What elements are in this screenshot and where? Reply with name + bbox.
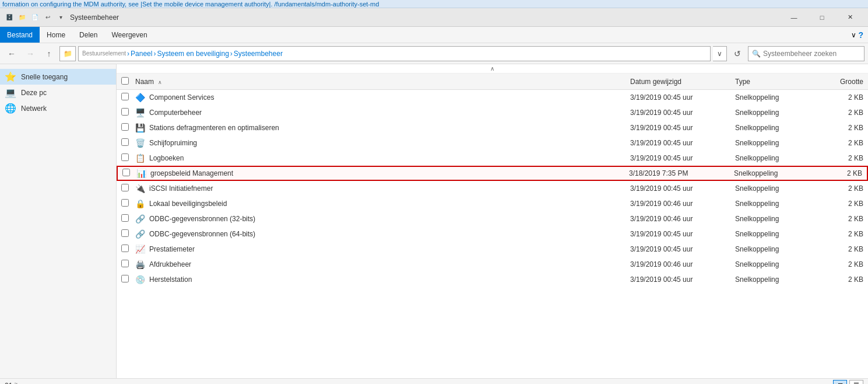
menu-item-bestand[interactable]: Bestand	[0, 27, 40, 43]
table-row[interactable]: 🔗 ODBC-gegevensbronnen (32-bits) 3/19/20…	[117, 211, 868, 226]
file-size: 2 KB	[817, 154, 863, 162]
file-date: 3/19/2019 00:45 uur	[630, 124, 735, 132]
sidebar-item-netwerk[interactable]: 🌐 Netwerk	[0, 100, 116, 116]
table-row[interactable]: 💿 Herstelstation 3/19/2019 00:45 uur Sne…	[117, 272, 868, 287]
address-bar: ← → ↑ 📁 Bestuurselement › Paneel › Syste…	[0, 43, 868, 64]
search-icon: 🔍	[752, 50, 761, 58]
row-select-checkbox[interactable]	[121, 229, 129, 237]
banner-text: formation on configuring the MDM authori…	[0, 0, 868, 8]
row-checkbox	[121, 214, 135, 224]
file-type: Snelkoppeling	[735, 93, 817, 102]
file-size: 2 KB	[817, 200, 863, 208]
file-name: Lokaal beveiligingsbeleid	[149, 200, 630, 208]
view-list-button[interactable]: ☰	[849, 380, 863, 385]
breadcrumb-root[interactable]: Bestuurselement	[82, 50, 126, 57]
file-type: Snelkoppeling	[735, 275, 817, 284]
row-select-checkbox[interactable]	[121, 275, 129, 282]
file-icon: 💿	[135, 275, 147, 284]
title-bar-controls: — □ ✕	[781, 8, 863, 27]
row-checkbox	[121, 138, 135, 148]
expand-chevron-icon: ∨	[851, 31, 856, 39]
row-select-checkbox[interactable]	[121, 199, 129, 207]
table-row[interactable]: 📋 Logboeken 3/19/2019 00:45 uur Snelkopp…	[117, 151, 868, 166]
file-name: Computerbeheer	[149, 109, 630, 117]
row-select-checkbox[interactable]	[121, 153, 129, 161]
table-row[interactable]: 💾 Stations defragmenteren en optimaliser…	[117, 120, 868, 135]
file-type: Snelkoppeling	[734, 169, 816, 177]
file-icon: 📈	[135, 245, 147, 254]
title-icon-dropdown[interactable]: ▾	[56, 13, 65, 22]
table-row[interactable]: 🖥️ Computerbeheer 3/19/2019 00:45 uur Sn…	[117, 105, 868, 120]
header-type[interactable]: Type	[735, 78, 817, 86]
row-checkbox	[121, 199, 135, 208]
table-row[interactable]: 🔌 iSCSI Initiatiefnemer 3/19/2019 00:45 …	[117, 181, 868, 196]
file-name: Component Services	[149, 93, 630, 102]
menu-expand-icon[interactable]: ∨ ?	[846, 27, 868, 43]
sidebar-item-deze-pc[interactable]: 💻 Deze pc	[0, 85, 116, 100]
breadcrumb-systeem[interactable]: Systeem en beveiliging	[157, 50, 229, 58]
address-chevron-icon[interactable]: ∨	[713, 46, 727, 61]
title-icon-folder[interactable]: 📁	[17, 13, 27, 22]
forward-button[interactable]: →	[22, 46, 38, 62]
row-checkbox	[121, 184, 135, 193]
collapse-icon[interactable]: ∧	[490, 65, 494, 72]
view-details-button[interactable]: ⊞	[833, 380, 847, 385]
search-input[interactable]	[763, 50, 860, 58]
main-container: ⭐ Snelle toegang 💻 Deze pc 🌐 Netwerk ∧ N…	[0, 64, 868, 378]
refresh-button[interactable]: ↺	[729, 46, 746, 62]
row-select-checkbox[interactable]	[121, 184, 129, 191]
window-title: Systeembeheer	[70, 13, 781, 22]
file-size: 2 KB	[816, 169, 862, 177]
menu-item-delen[interactable]: Delen	[72, 27, 104, 43]
row-select-checkbox[interactable]	[121, 138, 129, 146]
table-row[interactable]: 📊 groepsbeleid Management 3/18/2019 7:35…	[117, 166, 868, 181]
back-button[interactable]: ←	[3, 46, 20, 62]
file-type: Snelkoppeling	[735, 215, 817, 223]
table-row[interactable]: 🔒 Lokaal beveiligingsbeleid 3/19/2019 00…	[117, 196, 868, 211]
table-row[interactable]: 🔗 ODBC-gegevensbronnen (64-bits) 3/19/20…	[117, 226, 868, 242]
search-box[interactable]: 🔍	[748, 46, 865, 61]
address-path[interactable]: Bestuurselement › Paneel › Systeem en be…	[78, 46, 711, 61]
table-row[interactable]: 🗑️ Schijfopruiming 3/19/2019 00:45 uur S…	[117, 135, 868, 151]
row-select-checkbox[interactable]	[122, 169, 130, 176]
row-select-checkbox[interactable]	[121, 123, 129, 131]
table-row[interactable]: 📈 Prestatiemeter 3/19/2019 00:45 uur Sne…	[117, 242, 868, 257]
file-icon: 🔷	[135, 93, 147, 102]
row-select-checkbox[interactable]	[121, 260, 129, 267]
header-date[interactable]: Datum gewijzigd	[630, 78, 735, 86]
up-button[interactable]: ↑	[41, 46, 57, 62]
table-row[interactable]: 🔷 Component Services 3/19/2019 00:45 uur…	[117, 90, 868, 105]
file-type: Snelkoppeling	[735, 200, 817, 208]
file-name: Afdrukbeheer	[149, 260, 630, 268]
row-select-checkbox[interactable]	[121, 93, 129, 100]
file-type: Snelkoppeling	[735, 154, 817, 162]
file-size: 2 KB	[817, 124, 863, 132]
row-select-checkbox[interactable]	[121, 214, 129, 222]
help-icon[interactable]: ?	[858, 30, 863, 40]
file-date: 3/19/2019 00:45 uur	[630, 154, 735, 162]
table-row[interactable]: 🖨️ Afdrukbeheer 3/19/2019 00:46 uur Snel…	[117, 257, 868, 272]
row-select-checkbox[interactable]	[121, 108, 129, 116]
menu-item-home[interactable]: Home	[40, 27, 72, 43]
select-all-checkbox[interactable]	[121, 77, 129, 85]
header-name[interactable]: Naam ∧	[135, 78, 630, 86]
title-icon-save[interactable]: 🗄️	[5, 13, 14, 22]
sidebar-item-snelle-toegang[interactable]: ⭐ Snelle toegang	[0, 69, 116, 85]
row-select-checkbox[interactable]	[121, 245, 129, 252]
file-date: 3/19/2019 00:45 uur	[630, 230, 735, 238]
close-button[interactable]: ✕	[837, 8, 863, 27]
breadcrumb-paneel[interactable]: Paneel	[131, 50, 152, 58]
collapse-row: ∧	[117, 64, 868, 74]
row-checkbox	[121, 123, 135, 132]
title-icon-undo[interactable]: ↩	[43, 13, 52, 22]
sidebar-label-netwerk: Netwerk	[21, 104, 47, 113]
file-size: 2 KB	[817, 184, 863, 193]
minimize-button[interactable]: —	[781, 8, 807, 27]
menu-item-weergeven[interactable]: Weergeven	[104, 27, 154, 43]
title-bar-icons: 🗄️ 📁 📄 ↩ ▾	[5, 13, 65, 22]
breadcrumb-systeembeheer[interactable]: Systeembeheer	[234, 50, 283, 58]
title-icon-doc[interactable]: 📄	[30, 13, 40, 22]
maximize-button[interactable]: □	[809, 8, 835, 27]
row-checkbox	[122, 169, 136, 178]
header-size[interactable]: Grootte	[817, 78, 863, 86]
